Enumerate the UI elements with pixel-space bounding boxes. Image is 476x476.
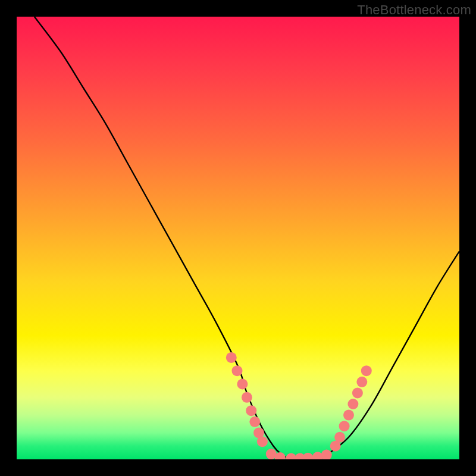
highlight-dot bbox=[334, 432, 345, 443]
highlight-dot bbox=[343, 410, 354, 421]
watermark-text: TheBottleneck.com bbox=[357, 2, 471, 18]
highlight-dot bbox=[249, 416, 260, 427]
highlight-dots bbox=[226, 352, 372, 459]
highlight-dot bbox=[237, 379, 248, 390]
highlight-dot bbox=[303, 453, 314, 459]
highlight-dot bbox=[242, 392, 252, 403]
chart-svg bbox=[17, 17, 459, 459]
outer-frame: TheBottleneck.com bbox=[0, 0, 476, 476]
highlight-dot bbox=[352, 387, 363, 398]
highlight-dot bbox=[321, 450, 332, 459]
highlight-dot bbox=[257, 436, 268, 447]
highlight-dot bbox=[339, 421, 350, 431]
highlight-dot bbox=[226, 352, 237, 363]
highlight-dot bbox=[347, 399, 358, 409]
highlight-dot bbox=[232, 365, 243, 376]
highlight-dot bbox=[356, 377, 367, 387]
highlight-dot bbox=[361, 365, 372, 376]
highlight-dot bbox=[246, 405, 256, 416]
plot-area bbox=[17, 17, 459, 459]
